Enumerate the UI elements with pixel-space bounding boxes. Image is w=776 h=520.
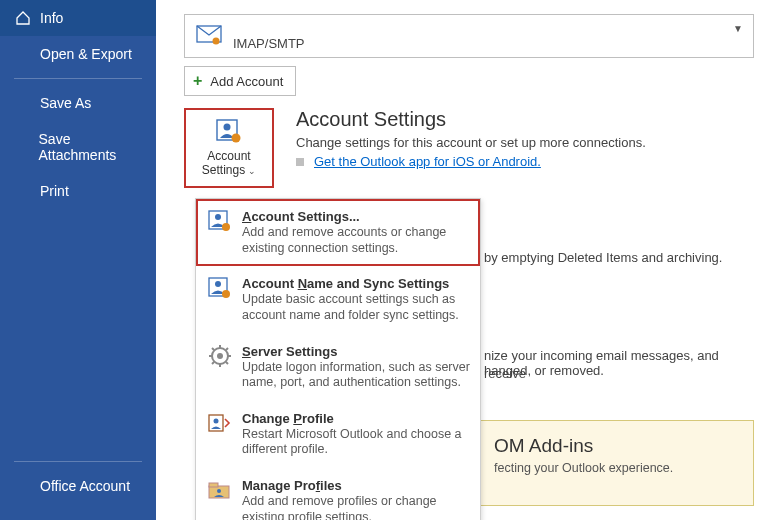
dropdown-item-name-sync[interactable]: Account Name and Sync Settings Update ba… bbox=[196, 266, 480, 333]
sidebar-item-open-export[interactable]: Open & Export bbox=[0, 36, 156, 72]
sidebar-label: Save As bbox=[40, 95, 91, 111]
sidebar-item-save-attachments[interactable]: Save Attachments bbox=[0, 121, 156, 173]
svg-point-9 bbox=[215, 281, 221, 287]
dropdown-title: Server Settings bbox=[242, 344, 470, 359]
sidebar-item-office-account[interactable]: Office Account bbox=[0, 468, 156, 504]
sidebar-label: Save Attachments bbox=[39, 131, 142, 163]
add-account-label: Add Account bbox=[210, 74, 283, 89]
profile-switch-icon bbox=[206, 411, 234, 439]
svg-point-6 bbox=[215, 214, 221, 220]
dropdown-title: Account Settings... bbox=[242, 209, 470, 224]
account-protocol-label: IMAP/SMTP bbox=[233, 36, 305, 57]
svg-point-25 bbox=[217, 489, 221, 493]
account-settings-dropdown: Account Settings... Add and remove accou… bbox=[195, 198, 481, 520]
background-text: by emptying Deleted Items and archiving. bbox=[484, 249, 722, 267]
svg-point-3 bbox=[224, 124, 231, 131]
dropdown-item-manage-profiles[interactable]: Manage Profiles Add and remove profiles … bbox=[196, 468, 480, 520]
plus-icon: + bbox=[193, 72, 202, 90]
sidebar-divider bbox=[14, 461, 142, 462]
svg-line-19 bbox=[226, 348, 228, 350]
profiles-folder-icon bbox=[206, 478, 234, 506]
sidebar-item-print[interactable]: Print bbox=[0, 173, 156, 209]
svg-point-1 bbox=[213, 38, 220, 45]
sidebar-divider bbox=[14, 78, 142, 79]
dropdown-item-server-settings[interactable]: Server Settings Update logon information… bbox=[196, 334, 480, 401]
dropdown-desc: Add and remove profiles or change existi… bbox=[242, 494, 470, 520]
dropdown-item-change-profile[interactable]: Change Profile Restart Microsoft Outlook… bbox=[196, 401, 480, 468]
svg-point-10 bbox=[222, 290, 230, 298]
dropdown-title: Change Profile bbox=[242, 411, 470, 426]
dropdown-item-account-settings[interactable]: Account Settings... Add and remove accou… bbox=[196, 199, 480, 266]
account-picker[interactable]: IMAP/SMTP ▼ bbox=[184, 14, 754, 58]
gear-icon bbox=[206, 344, 234, 372]
background-text: hanged, or removed. bbox=[484, 362, 604, 380]
sidebar-item-save-as[interactable]: Save As bbox=[0, 85, 156, 121]
account-settings-tile[interactable]: Account Settings⌄ bbox=[184, 108, 274, 188]
svg-line-17 bbox=[212, 348, 214, 350]
dropdown-title: Account Name and Sync Settings bbox=[242, 276, 470, 291]
svg-point-12 bbox=[217, 353, 223, 359]
svg-line-20 bbox=[212, 362, 214, 364]
person-gear-icon bbox=[214, 118, 244, 146]
chevron-down-icon: ▼ bbox=[733, 23, 743, 34]
svg-point-7 bbox=[222, 223, 230, 231]
person-gear-icon bbox=[206, 276, 234, 304]
sidebar-label: Open & Export bbox=[40, 46, 132, 62]
sidebar-item-info[interactable]: Info bbox=[0, 0, 156, 36]
dropdown-desc: Update basic account settings such as ac… bbox=[242, 292, 470, 323]
home-icon bbox=[14, 10, 32, 26]
sidebar-label: Office Account bbox=[40, 478, 130, 494]
svg-line-18 bbox=[226, 362, 228, 364]
account-settings-info: Account Settings Change settings for thi… bbox=[296, 108, 754, 169]
dropdown-desc: Restart Microsoft Outlook and choose a d… bbox=[242, 427, 470, 458]
svg-point-22 bbox=[214, 418, 219, 423]
dropdown-desc: Update logon information, such as server… bbox=[242, 360, 470, 391]
add-account-button[interactable]: + Add Account bbox=[184, 66, 296, 96]
person-gear-icon bbox=[206, 209, 234, 237]
svg-point-4 bbox=[232, 134, 241, 143]
dropdown-desc: Add and remove accounts or change existi… bbox=[242, 225, 470, 256]
section-heading: Account Settings bbox=[296, 108, 754, 131]
sidebar-label: Print bbox=[40, 183, 69, 199]
chevron-down-icon: ⌄ bbox=[248, 166, 256, 176]
tile-label: Account Settings⌄ bbox=[202, 150, 256, 178]
backstage-sidebar: Info Open & Export Save As Save Attachme… bbox=[0, 0, 156, 520]
svg-rect-24 bbox=[209, 483, 218, 487]
mail-account-icon bbox=[195, 22, 223, 50]
sidebar-label: Info bbox=[40, 10, 63, 26]
section-subtitle: Change settings for this account or set … bbox=[296, 135, 754, 150]
outlook-app-link[interactable]: Get the Outlook app for iOS or Android. bbox=[314, 154, 541, 169]
dropdown-title: Manage Profiles bbox=[242, 478, 470, 493]
bullet-icon bbox=[296, 158, 304, 166]
